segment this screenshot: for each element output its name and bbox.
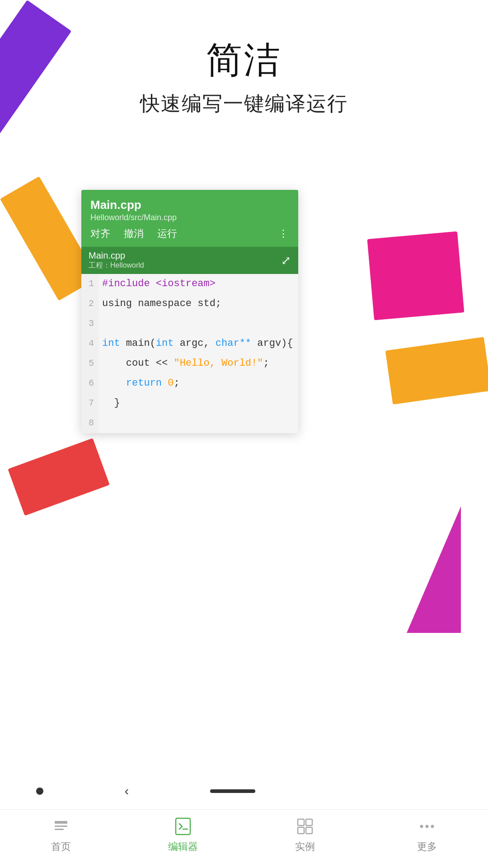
code-line-2: 2 using namespace std; <box>81 294 298 314</box>
editor-actions: 对齐 撤消 运行 ⋮ <box>90 227 289 241</box>
editor-tab-bar: Main.cpp 工程：Helloworld ⤢ <box>81 247 298 274</box>
page-subtitle: 快速编写一键编译运行 <box>0 90 488 117</box>
line-num-1: 1 <box>81 274 99 294</box>
line-num-6: 6 <box>81 373 99 393</box>
nav-home-label: 首页 <box>51 840 71 854</box>
code-line-8: 8 <box>81 413 298 433</box>
nav-home[interactable]: 首页 <box>38 816 84 854</box>
nav-more-label: 更多 <box>417 840 437 854</box>
svg-rect-5 <box>298 819 304 826</box>
svg-rect-1 <box>55 826 67 827</box>
code-line-5: 5 cout << "Hello, World!"; <box>81 354 298 373</box>
run-button[interactable]: 运行 <box>157 227 177 241</box>
svg-rect-8 <box>306 827 312 834</box>
svg-rect-3 <box>176 818 190 835</box>
home-indicator[interactable] <box>210 789 255 793</box>
line-content-4: int main(int argc, char** argv){ <box>99 334 298 354</box>
line-content-7: } <box>99 393 298 413</box>
status-bar: ‹ <box>0 778 488 805</box>
line-content-2: using namespace std; <box>99 294 298 314</box>
editor-filepath: Helloworld/src/Main.cpp <box>90 213 289 222</box>
decoration-orange-right <box>385 337 488 404</box>
editor-icon <box>172 816 194 837</box>
line-num-4: 4 <box>81 334 99 354</box>
examples-icon <box>294 816 316 837</box>
page-title: 简洁 <box>0 36 488 85</box>
nav-editor-label: 编辑器 <box>168 840 198 854</box>
bottom-nav: 首页 编辑器 实例 <box>0 809 488 868</box>
undo-button[interactable]: 撤消 <box>124 227 144 241</box>
more-menu-button[interactable]: ⋮ <box>278 228 289 240</box>
svg-rect-6 <box>306 819 312 826</box>
line-num-5: 5 <box>81 354 99 373</box>
code-line-1: 1 #include <iostream> <box>81 274 298 294</box>
decoration-magenta-triangle <box>407 506 461 633</box>
editor-toolbar: Main.cpp Helloworld/src/Main.cpp 对齐 撤消 运… <box>81 190 298 247</box>
svg-rect-2 <box>55 829 64 830</box>
line-num-8: 8 <box>81 413 99 433</box>
svg-rect-7 <box>298 827 304 834</box>
code-area[interactable]: 1 #include <iostream> 2 using namespace … <box>81 274 298 433</box>
code-line-6: 6 return 0; <box>81 373 298 393</box>
home-icon <box>50 816 72 837</box>
nav-editor[interactable]: 编辑器 <box>160 816 206 854</box>
line-num-3: 3 <box>81 314 99 334</box>
line-content-6: return 0; <box>99 373 298 393</box>
more-icon <box>416 816 438 837</box>
code-line-3: 3 <box>81 314 298 334</box>
code-line-7: 7 } <box>81 393 298 413</box>
tab-project: 工程：Helloworld <box>89 261 144 270</box>
line-content-5: cout << "Hello, World!"; <box>99 354 298 373</box>
nav-more[interactable]: 更多 <box>404 816 450 854</box>
editor-tab-info: Main.cpp 工程：Helloworld <box>89 250 144 270</box>
decoration-red-bottom <box>8 438 110 516</box>
nav-examples-label: 实例 <box>295 840 315 854</box>
line-num-7: 7 <box>81 393 99 413</box>
decoration-pink-rect <box>367 231 465 321</box>
back-button[interactable]: ‹ <box>125 784 129 798</box>
svg-point-10 <box>426 825 429 828</box>
line-content-1: #include <iostream> <box>99 274 298 294</box>
svg-point-9 <box>420 825 423 828</box>
line-content-8 <box>99 413 298 433</box>
editor-filename: Main.cpp <box>90 198 289 212</box>
line-content-3 <box>99 314 298 334</box>
expand-icon[interactable]: ⤢ <box>281 254 291 268</box>
svg-point-11 <box>431 825 434 828</box>
align-button[interactable]: 对齐 <box>90 227 110 241</box>
svg-rect-0 <box>55 821 67 824</box>
status-dot <box>36 788 43 795</box>
nav-examples[interactable]: 实例 <box>282 816 328 854</box>
tab-filename[interactable]: Main.cpp <box>89 250 144 261</box>
editor-window: Main.cpp Helloworld/src/Main.cpp 对齐 撤消 运… <box>81 190 298 433</box>
line-num-2: 2 <box>81 294 99 314</box>
code-line-4: 4 int main(int argc, char** argv){ <box>81 334 298 354</box>
